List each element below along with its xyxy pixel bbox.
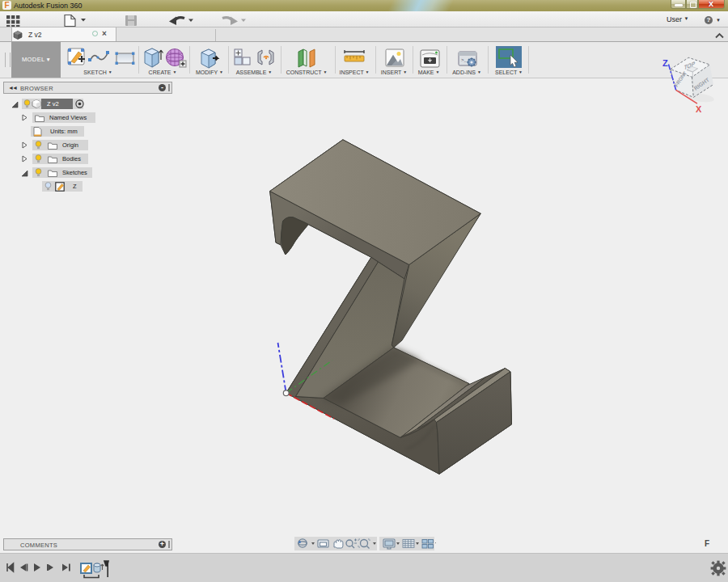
svg-text:X: X	[696, 104, 702, 114]
svg-text:>_: >_	[461, 57, 468, 63]
svg-text:Z: Z	[662, 58, 668, 68]
